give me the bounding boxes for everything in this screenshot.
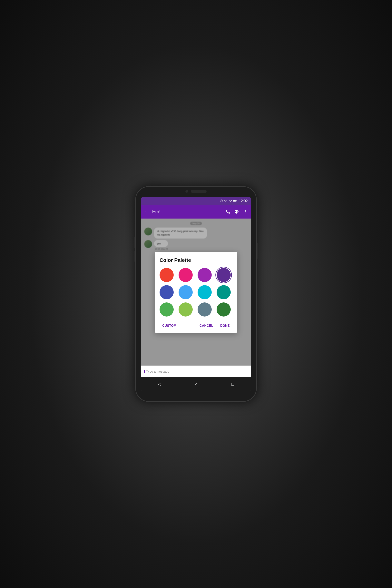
color-cyan[interactable] (198, 285, 212, 299)
volume-up-button[interactable] (134, 237, 135, 248)
app-bar-actions (226, 209, 248, 214)
phone-icon[interactable] (226, 209, 230, 214)
color-grid (160, 268, 232, 316)
dialog-title: Color Palette (160, 257, 232, 263)
color-purple-magenta[interactable] (198, 268, 212, 282)
alarm-icon (220, 199, 223, 202)
color-pink-red[interactable] (178, 268, 193, 282)
bottom-nav: ◁ ○ □ (141, 377, 251, 391)
front-camera (186, 190, 188, 193)
svg-rect-1 (233, 200, 236, 202)
done-button[interactable]: DONE (218, 322, 232, 330)
color-teal[interactable] (216, 285, 231, 299)
palette-icon[interactable] (234, 209, 239, 214)
color-red-orange[interactable] (160, 268, 174, 282)
message-input[interactable]: Type a message (144, 370, 248, 374)
chat-area: May 28 Hi. Ngon ko v? C dang phai lam na… (141, 218, 251, 366)
status-time: 12:02 (239, 199, 248, 203)
color-palette-dialog: Color Palette (155, 252, 237, 332)
earpiece-speaker (191, 190, 206, 193)
color-dark-green[interactable] (216, 302, 231, 316)
battery-icon (233, 200, 237, 202)
status-icons: 12:02 (220, 199, 248, 203)
wifi-icon (224, 199, 228, 202)
nav-recent-button[interactable]: □ (232, 382, 234, 387)
phone-screen: 12:02 ← Em! (141, 197, 251, 391)
svg-rect-2 (236, 200, 237, 201)
custom-button[interactable]: CUSTOM (160, 322, 179, 330)
signal-icon (229, 199, 232, 202)
status-bar: 12:02 (141, 197, 251, 205)
nav-back-button[interactable]: ◁ (158, 382, 161, 387)
app-bar-title: Em! (152, 209, 223, 214)
dialog-actions: CUSTOM CANCEL DONE (160, 322, 232, 330)
color-deep-purple[interactable] (216, 268, 231, 282)
color-light-blue[interactable] (178, 285, 193, 299)
color-indigo[interactable] (160, 285, 174, 299)
color-lime[interactable] (178, 302, 193, 316)
app-bar: ← Em! (141, 205, 251, 218)
color-green[interactable] (160, 302, 174, 316)
phone-frame: 12:02 ← Em! (135, 186, 257, 402)
input-area: Type a message (141, 366, 251, 377)
power-button[interactable] (257, 243, 258, 259)
volume-down-button[interactable] (134, 251, 135, 262)
nav-home-button[interactable]: ○ (195, 382, 198, 387)
more-icon[interactable] (243, 209, 248, 214)
back-button[interactable]: ← (144, 208, 150, 215)
cancel-button[interactable]: CANCEL (197, 322, 216, 330)
phone-top-details (186, 190, 206, 193)
dialog-overlay: Color Palette (141, 218, 251, 366)
color-blue-grey[interactable] (198, 302, 212, 316)
